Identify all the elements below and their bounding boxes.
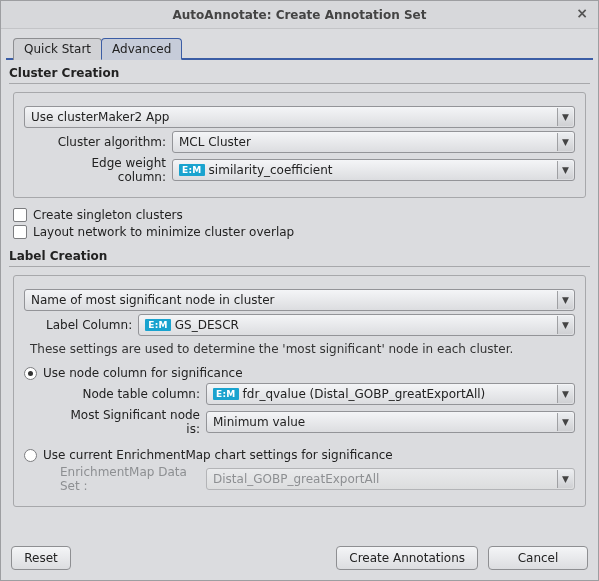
- singleton-checkbox[interactable]: Create singleton clusters: [13, 208, 590, 222]
- em-badge-icon: E:M: [213, 388, 239, 400]
- node-col-select[interactable]: E:M fdr_qvalue (Distal_GOBP_greatExportA…: [206, 383, 575, 405]
- cluster-source-value: Use clusterMaker2 App: [31, 110, 169, 124]
- create-annotations-button[interactable]: Create Annotations: [336, 546, 478, 570]
- tab-quick-start[interactable]: Quick Start: [13, 38, 102, 60]
- reset-button[interactable]: Reset: [11, 546, 71, 570]
- close-icon[interactable]: ×: [574, 5, 590, 21]
- cluster-section-title: Cluster Creation: [9, 66, 590, 80]
- chevron-down-icon: ▼: [557, 385, 573, 403]
- most-sig-select[interactable]: Minimum value ▼: [206, 411, 575, 433]
- tab-bar: Quick Start Advanced: [9, 37, 590, 59]
- window-title: AutoAnnotate: Create Annotation Set: [173, 8, 427, 22]
- em-dataset-select: Distal_GOBP_greatExportAll ▼: [206, 468, 575, 490]
- chevron-down-icon: ▼: [557, 108, 573, 126]
- em-dataset-label: EnrichmentMap Data Set :: [60, 465, 200, 493]
- label-fieldset: Name of most significant node in cluster…: [13, 275, 586, 507]
- radio-icon: [24, 367, 37, 380]
- radio-chart-settings[interactable]: Use current EnrichmentMap chart settings…: [24, 448, 575, 462]
- chevron-down-icon: ▼: [557, 316, 573, 334]
- tab-quick-start-label: Quick Start: [24, 42, 91, 56]
- reset-label: Reset: [24, 551, 58, 565]
- cancel-label: Cancel: [518, 551, 559, 565]
- label-method-select[interactable]: Name of most significant node in cluster…: [24, 289, 575, 311]
- content-area: Quick Start Advanced Cluster Creation Us…: [1, 29, 598, 507]
- tab-advanced[interactable]: Advanced: [101, 38, 182, 60]
- create-label: Create Annotations: [349, 551, 465, 565]
- most-sig-label: Most Significant node is:: [60, 408, 200, 436]
- node-col-value: fdr_qvalue (Distal_GOBP_greatExportAll): [243, 387, 486, 401]
- em-dataset-value: Distal_GOBP_greatExportAll: [213, 472, 379, 486]
- cancel-button[interactable]: Cancel: [488, 546, 588, 570]
- divider: [9, 83, 590, 84]
- singleton-label: Create singleton clusters: [33, 208, 183, 222]
- chevron-down-icon: ▼: [557, 291, 573, 309]
- layout-checkbox[interactable]: Layout network to minimize cluster overl…: [13, 225, 590, 239]
- significance-hint: These settings are used to determine the…: [30, 342, 575, 356]
- cluster-fieldset: Use clusterMaker2 App ▼ Cluster algorith…: [13, 92, 586, 198]
- radio-chart-label: Use current EnrichmentMap chart settings…: [43, 448, 393, 462]
- checkbox-icon: [13, 225, 27, 239]
- label-column-value: GS_DESCR: [175, 318, 239, 332]
- radio-node-label: Use node column for significance: [43, 366, 243, 380]
- button-bar: Reset Create Annotations Cancel: [1, 536, 598, 580]
- checkbox-icon: [13, 208, 27, 222]
- cluster-algo-label: Cluster algorithm:: [46, 135, 166, 149]
- chevron-down-icon: ▼: [557, 133, 573, 151]
- node-col-label: Node table column:: [60, 387, 200, 401]
- dialog-window: AutoAnnotate: Create Annotation Set × Qu…: [0, 0, 599, 581]
- label-column-label: Label Column:: [46, 318, 132, 332]
- cluster-algo-select[interactable]: MCL Cluster ▼: [172, 131, 575, 153]
- chevron-down-icon: ▼: [557, 161, 573, 179]
- radio-icon: [24, 449, 37, 462]
- cluster-algo-value: MCL Cluster: [179, 135, 251, 149]
- most-sig-value: Minimum value: [213, 415, 305, 429]
- edge-weight-label: Edge weight column:: [46, 156, 166, 184]
- cluster-source-select[interactable]: Use clusterMaker2 App ▼: [24, 106, 575, 128]
- label-section-title: Label Creation: [9, 249, 590, 263]
- divider: [9, 266, 590, 267]
- layout-label: Layout network to minimize cluster overl…: [33, 225, 294, 239]
- chevron-down-icon: ▼: [557, 470, 573, 488]
- em-badge-icon: E:M: [145, 319, 171, 331]
- chevron-down-icon: ▼: [557, 413, 573, 431]
- label-column-select[interactable]: E:M GS_DESCR ▼: [138, 314, 575, 336]
- radio-node-column[interactable]: Use node column for significance: [24, 366, 575, 380]
- edge-weight-value: similarity_coefficient: [209, 163, 333, 177]
- titlebar: AutoAnnotate: Create Annotation Set ×: [1, 1, 598, 29]
- edge-weight-select[interactable]: E:M similarity_coefficient ▼: [172, 159, 575, 181]
- tab-advanced-label: Advanced: [112, 42, 171, 56]
- em-badge-icon: E:M: [179, 164, 205, 176]
- label-method-value: Name of most significant node in cluster: [31, 293, 275, 307]
